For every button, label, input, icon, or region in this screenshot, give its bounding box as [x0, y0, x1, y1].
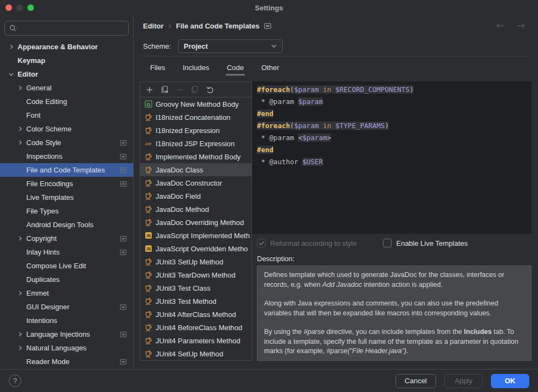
sidebar-item-label: Appearance & Behavior: [18, 43, 98, 51]
settings-category-tree: Appearance & BehaviorKeymapEditorGeneral…: [0, 39, 133, 369]
sidebar-item-color-scheme[interactable]: Color Scheme: [0, 122, 133, 136]
sidebar-item-live-templates[interactable]: Live Templates: [0, 191, 133, 204]
sidebar-item-inlay-hints[interactable]: Inlay Hints: [0, 245, 133, 259]
sidebar-item-file-and-code-templates[interactable]: File and Code Templates: [0, 163, 133, 177]
sidebar-item-label: Live Templates: [26, 193, 73, 201]
chevron-right-icon[interactable]: [15, 235, 25, 241]
sidebar-item-editor[interactable]: Editor: [0, 67, 133, 81]
settings-content: Editor › File and Code Templates: [134, 15, 538, 369]
template-item-groovy-new-method-body[interactable]: GGroovy New Method Body: [140, 97, 251, 111]
open-in-window-icon[interactable]: [264, 23, 271, 29]
sidebar-item-code-editing[interactable]: Code Editing: [0, 95, 133, 108]
template-item-javadoc-class[interactable]: JavaDoc Class: [140, 163, 251, 176]
sidebar-item-language-injections[interactable]: Language Injections: [0, 327, 133, 341]
template-item-junit3-test-class[interactable]: JUnit3 Test Class: [140, 281, 251, 295]
tab-code[interactable]: Code: [220, 58, 251, 78]
template-list-toolbar: [140, 82, 251, 97]
sidebar-item-natural-languages[interactable]: Natural Languages: [0, 341, 133, 355]
sidebar-item-font[interactable]: Font: [0, 108, 133, 122]
template-item-junit4-afterclass-method[interactable]: JUnit4 AfterClass Method: [140, 308, 251, 321]
sidebar-item-emmet[interactable]: Emmet: [0, 286, 133, 300]
open-in-window-icon[interactable]: [120, 140, 127, 146]
chevron-right-icon[interactable]: [15, 140, 25, 146]
open-in-window-icon[interactable]: [120, 359, 127, 365]
template-item-javascript-implemented-meth[interactable]: JSJavaScript Implemented Meth: [140, 229, 251, 242]
sidebar-item-inspections[interactable]: Inspections: [0, 149, 133, 163]
template-item-javadoc-field[interactable]: JavaDoc Field: [140, 189, 251, 203]
sidebar-item-file-types[interactable]: File Types: [0, 204, 133, 218]
description-text: Defines template which used to generate …: [257, 266, 531, 361]
breadcrumb-editor[interactable]: Editor: [143, 22, 164, 30]
code-token: (: [290, 85, 294, 94]
template-item-i18nized-jsp-expression[interactable]: JSPI18nized JSP Expression: [140, 137, 251, 150]
scheme-dropdown[interactable]: Project: [178, 39, 283, 53]
template-item-junit4-setup-method[interactable]: JUnit4 SetUp Method: [140, 347, 251, 360]
chevron-right-icon[interactable]: [15, 126, 25, 132]
sidebar-item-duplicates[interactable]: Duplicates: [0, 273, 133, 286]
java-file-icon: [144, 258, 152, 266]
code-token: in: [323, 85, 331, 94]
template-item-junit4-parameters-method[interactable]: JUnit4 Parameters Method: [140, 334, 251, 347]
chevron-right-icon[interactable]: [15, 345, 25, 351]
reset-icon[interactable]: [206, 86, 214, 94]
sidebar-item-compose-live-edit[interactable]: Compose Live Edit: [0, 259, 133, 273]
tab-files[interactable]: Files: [143, 58, 172, 78]
template-item-i18nized-expression[interactable]: I18nized Expression: [140, 124, 251, 137]
java-file-icon: [144, 192, 152, 200]
open-in-window-icon[interactable]: [120, 332, 127, 337]
live-templates-checkbox[interactable]: [383, 239, 392, 247]
sidebar-item-keymap[interactable]: Keymap: [0, 54, 133, 67]
sidebar-item-general[interactable]: General: [0, 81, 133, 95]
template-item-javadoc-constructor[interactable]: JavaDoc Constructor: [140, 176, 251, 189]
chevron-down-icon[interactable]: [7, 71, 16, 77]
open-in-window-icon[interactable]: [120, 168, 127, 173]
tab-includes[interactable]: Includes: [175, 58, 216, 78]
code-token: ): [385, 122, 389, 130]
sidebar-item-intentions[interactable]: Intentions: [0, 314, 133, 327]
reformat-checkbox: [257, 239, 266, 247]
ok-button[interactable]: OK: [491, 374, 529, 388]
chevron-right-icon[interactable]: [15, 290, 25, 296]
live-templates-checkbox-group[interactable]: Enable Live Templates: [383, 239, 468, 247]
chevron-down-icon: [271, 44, 277, 48]
open-in-window-icon[interactable]: [120, 154, 127, 159]
tab-other[interactable]: Other: [254, 58, 287, 78]
chevron-right-icon[interactable]: [7, 44, 16, 50]
scheme-label: Scheme:: [143, 42, 171, 50]
open-in-window-icon[interactable]: [120, 181, 127, 187]
forward-arrow-icon[interactable]: [516, 22, 526, 29]
template-list: GGroovy New Method BodyI18nized Concaten…: [140, 97, 251, 360]
sidebar-item-code-style[interactable]: Code Style: [0, 136, 133, 149]
chevron-right-icon[interactable]: [15, 85, 25, 91]
dialog-footer: ? Cancel Apply OK: [0, 369, 538, 392]
sidebar-item-appearance-behavior[interactable]: Appearance & Behavior: [0, 40, 133, 54]
template-item-i18nized-concatenation[interactable]: I18nized Concatenation: [140, 111, 251, 124]
back-arrow-icon[interactable]: [495, 22, 505, 29]
sidebar-item-copyright[interactable]: Copyright: [0, 232, 133, 245]
sidebar-item-android-design-tools[interactable]: Android Design Tools: [0, 218, 133, 232]
template-item-javadoc-overriding-method[interactable]: JavaDoc Overriding Method: [140, 216, 251, 229]
code-token: #end: [257, 146, 273, 154]
java-file-icon: [144, 153, 152, 160]
template-item-javadoc-method[interactable]: JavaDoc Method: [140, 203, 251, 216]
template-item-javascript-overridden-metho[interactable]: JSJavaScript Overridden Metho: [140, 242, 251, 255]
template-item-junit3-setup-method[interactable]: JUnit3 SetUp Method: [140, 255, 251, 268]
open-in-window-icon[interactable]: [120, 250, 127, 255]
settings-search-input[interactable]: [4, 21, 129, 36]
chevron-right-icon[interactable]: [15, 331, 25, 337]
template-item-junit3-teardown-method[interactable]: JUnit3 TearDown Method: [140, 268, 251, 281]
sidebar-item-gui-designer[interactable]: GUI Designer: [0, 300, 133, 314]
cancel-button[interactable]: Cancel: [396, 374, 436, 388]
template-item-junit4-beforeclass-method[interactable]: JUnit4 BeforeClass Method: [140, 321, 251, 334]
template-item-label: JUnit3 TearDown Method: [156, 271, 236, 279]
template-code-editor[interactable]: #foreach($param in $RECORD_COMPONENTS) *…: [252, 82, 531, 234]
template-item-junit3-test-method[interactable]: JUnit3 Test Method: [140, 295, 251, 308]
open-in-window-icon[interactable]: [120, 304, 127, 310]
sidebar-item-file-encodings[interactable]: File Encodings: [0, 177, 133, 191]
add-icon[interactable]: [146, 86, 153, 94]
create-from-copy-icon[interactable]: [161, 85, 169, 94]
help-icon[interactable]: ?: [9, 374, 21, 387]
sidebar-item-reader-mode[interactable]: Reader Mode: [0, 355, 133, 368]
open-in-window-icon[interactable]: [120, 236, 127, 241]
template-item-implemented-method-body[interactable]: Implemented Method Body: [140, 150, 251, 163]
